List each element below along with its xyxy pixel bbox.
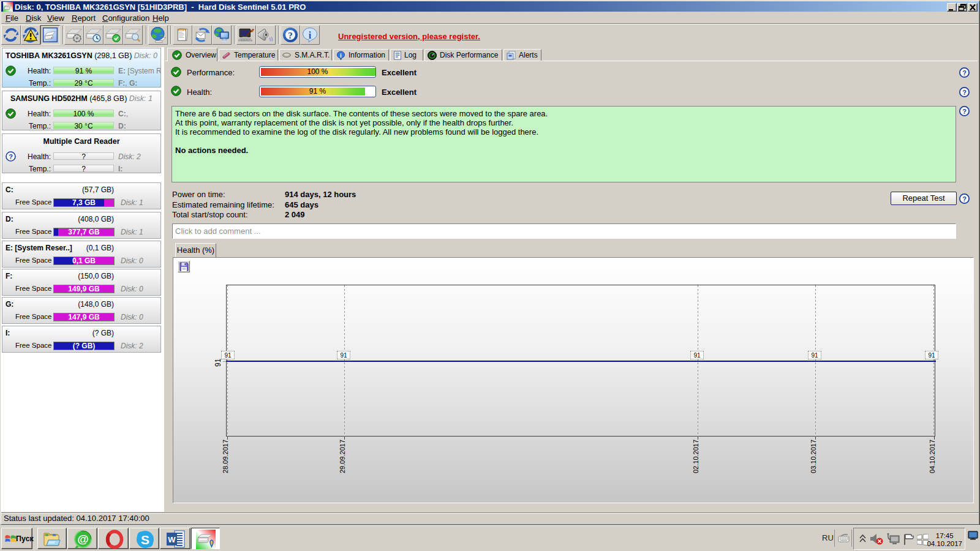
svg-text:i: i xyxy=(340,52,342,59)
svg-text:?: ? xyxy=(962,108,967,115)
svg-text:W: W xyxy=(168,535,176,544)
svg-text:?: ? xyxy=(962,195,967,203)
svg-text:?: ? xyxy=(962,89,967,96)
svg-text:@: @ xyxy=(77,533,89,545)
svg-text:?: ? xyxy=(962,69,967,77)
svg-text:i: i xyxy=(309,30,312,40)
svg-text:?: ? xyxy=(288,31,293,40)
svg-text:S: S xyxy=(141,533,149,547)
